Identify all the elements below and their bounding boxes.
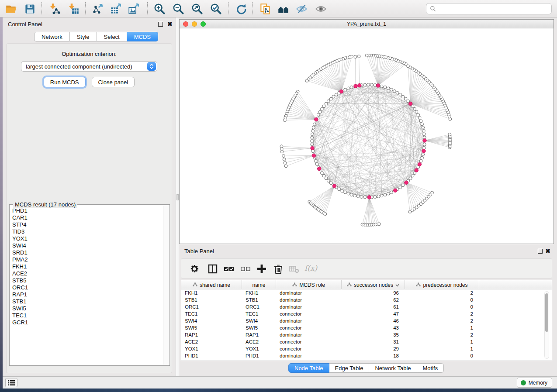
cell-successor-nodes[interactable]: 61 [342,303,405,310]
cell-predecessor-nodes[interactable]: 0 [405,352,479,359]
network-node[interactable] [411,174,414,177]
table-scrollbar[interactable] [544,291,549,359]
delete-table-icon[interactable] [289,264,299,274]
splitter-handle[interactable] [176,194,179,200]
cell-name[interactable]: SWI4 [242,317,276,324]
run-mcds-button[interactable]: Run MCDS [44,77,86,87]
mcds-hub-node[interactable] [354,84,357,88]
mcds-hub-node[interactable] [418,162,421,166]
network-graph[interactable] [180,28,554,244]
select-all-checkboxes-icon[interactable] [224,264,234,274]
network-node[interactable] [380,194,383,197]
network-node[interactable] [390,191,393,194]
network-leaf-node[interactable] [305,79,308,83]
table-row[interactable]: TEC1TEC1connector472 [181,310,552,317]
network-leaf-node[interactable] [354,55,357,58]
close-table-panel-icon[interactable]: ✖ [545,249,550,254]
network-node[interactable] [367,83,370,86]
network-node[interactable] [409,177,412,180]
cell-MCDS-role[interactable]: dominator [276,352,342,359]
network-node[interactable] [399,93,402,96]
cell-successor-nodes[interactable]: 96 [342,289,405,296]
first-neighbors-icon[interactable] [277,3,289,15]
cell-shared-name[interactable]: RAP1 [181,331,242,338]
column-header-name[interactable]: name [242,280,276,289]
network-node[interactable] [387,192,390,195]
zoom-in-icon[interactable] [154,3,166,15]
cell-shared-name[interactable]: ACE2 [181,338,242,345]
cell-successor-nodes[interactable]: 31 [342,338,405,345]
mcds-hub-node[interactable] [415,168,418,172]
network-node[interactable] [327,179,330,182]
save-session-icon[interactable] [24,3,36,15]
cell-predecessor-nodes[interactable]: 2 [405,289,479,296]
table-row[interactable]: FKH1FKH1dominator962 [181,289,552,296]
mcds-node-item[interactable]: TID3 [10,228,163,235]
show-all-icon[interactable] [315,3,327,15]
tab-motifs[interactable]: Motifs [417,363,444,373]
mcds-hub-node[interactable] [394,189,397,192]
cell-predecessor-nodes[interactable]: 0 [405,303,479,310]
network-window-titlebar[interactable]: YPA_prune.txt_1 [180,20,554,28]
cell-name[interactable]: FKH1 [242,289,276,296]
network-node[interactable] [422,129,425,132]
network-leaf-node[interactable] [324,213,327,216]
network-node[interactable] [320,172,323,175]
table-row[interactable]: ACE2ACE2connector311 [181,338,552,345]
column-header-successor-nodes[interactable]: successor nodes [342,280,405,289]
cell-predecessor-nodes[interactable]: 2 [405,317,479,324]
network-node[interactable] [320,107,323,110]
network-node[interactable] [401,184,405,187]
network-node[interactable] [325,102,328,105]
network-node[interactable] [322,105,325,108]
network-leaf-node[interactable] [365,54,368,57]
cell-predecessor-nodes[interactable]: 0 [405,296,479,303]
network-node[interactable] [332,95,335,98]
mcds-node-item[interactable]: SRD1 [10,249,163,256]
cell-shared-name[interactable]: ORC1 [181,303,242,310]
network-node[interactable] [419,120,422,123]
network-node[interactable] [387,87,390,90]
add-column-icon[interactable] [256,264,267,274]
table-row[interactable]: RAP1RAP1dominator352 [181,331,552,338]
cell-MCDS-role[interactable]: dominator [276,289,342,296]
export-image-icon[interactable] [128,3,140,15]
cell-shared-name[interactable]: STB1 [181,296,242,303]
cell-MCDS-role[interactable]: dominator [276,331,342,338]
cell-MCDS-role[interactable]: dominator [276,303,342,310]
mcds-hub-node[interactable] [367,196,371,199]
network-node[interactable] [413,107,416,110]
mcds-hub-node[interactable] [422,149,426,153]
cell-successor-nodes[interactable]: 35 [342,331,405,338]
mcds-list-scrollbar[interactable] [163,206,169,364]
table-row[interactable]: SWI5SWI5connector431 [181,324,552,331]
mcds-hub-node[interactable] [339,89,343,93]
network-node[interactable] [396,91,399,94]
network-node[interactable] [363,196,367,199]
mcds-node-item[interactable]: SWI5 [10,305,163,312]
mcds-node-item[interactable]: ACE2 [10,270,163,277]
search-box[interactable] [426,3,552,14]
table-row[interactable]: SWI4SWI4dominator462 [181,317,552,324]
mcds-node-item[interactable]: TEC1 [10,312,163,319]
network-node[interactable] [311,136,314,139]
network-leaf-node[interactable] [431,191,434,194]
import-table-icon[interactable] [68,3,80,15]
network-node[interactable] [311,129,315,132]
criterion-dropdown[interactable]: largest connected component (undirected) [21,61,157,72]
network-node[interactable] [327,100,330,103]
mcds-hub-node[interactable] [312,154,315,157]
close-panel-button[interactable]: Close panel [92,77,135,87]
cell-name[interactable]: PHD1 [242,352,276,359]
mcds-hub-node[interactable] [408,102,412,105]
export-network-icon[interactable] [92,3,104,15]
network-node[interactable] [329,97,332,100]
network-node[interactable] [311,140,314,143]
network-node[interactable] [350,193,353,196]
network-node[interactable] [422,126,425,129]
network-node[interactable] [322,174,325,177]
table-scrollbar-thumb[interactable] [545,293,548,332]
tab-network-table[interactable]: Network Table [369,363,417,373]
mcds-hub-node[interactable] [315,117,318,121]
deselect-all-checkboxes-icon[interactable] [240,264,251,274]
